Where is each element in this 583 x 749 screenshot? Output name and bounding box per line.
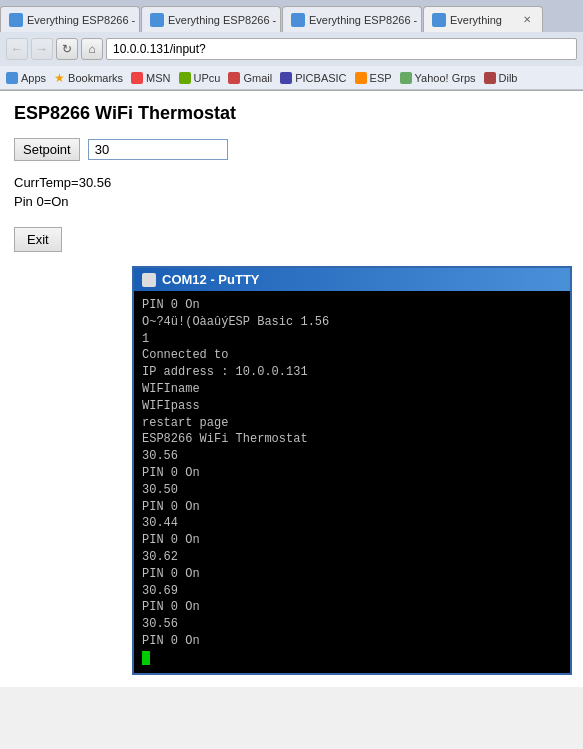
terminal-line: PIN 0 On [142, 465, 562, 482]
url-bar[interactable] [106, 38, 577, 60]
yahoo-icon [400, 72, 412, 84]
tab-icon-3 [291, 13, 305, 27]
curr-temp: CurrTemp=30.56 [14, 175, 569, 190]
bookmark-msn-label: MSN [146, 72, 170, 84]
terminal-line: PIN 0 On [142, 499, 562, 516]
bookmark-msn[interactable]: MSN [131, 72, 170, 84]
terminal-cursor [142, 651, 150, 665]
putty-icon [142, 273, 156, 287]
esp-icon [355, 72, 367, 84]
tab-label-2: Everything ESP8266 - [168, 14, 276, 26]
bookmark-bookmarks-label: Bookmarks [68, 72, 123, 84]
bookmarks-bar: Apps ★ Bookmarks MSN UPcu Gmail PICBASIC… [0, 66, 583, 90]
picbasic-icon [280, 72, 292, 84]
terminal-line: O~?4ü!(OàaûýESP Basic 1.56 [142, 314, 562, 331]
tab-close-2[interactable]: ✕ [276, 13, 281, 27]
browser-chrome: Everything ESP8266 - ✕ Everything ESP826… [0, 0, 583, 91]
setpoint-input[interactable] [88, 139, 228, 160]
tab-label-3: Everything ESP8266 - [309, 14, 417, 26]
terminal-line: 30.44 [142, 515, 562, 532]
bookmark-esp-label: ESP [370, 72, 392, 84]
bookmark-esp[interactable]: ESP [355, 72, 392, 84]
tab-icon-2 [150, 13, 164, 27]
terminal-line: 30.69 [142, 583, 562, 600]
setpoint-row: Setpoint [14, 138, 569, 161]
tab-label-4: Everything [450, 14, 502, 26]
bookmark-gmail[interactable]: Gmail [228, 72, 272, 84]
terminal-line: ESP8266 WiFi Thermostat [142, 431, 562, 448]
terminal-line: PIN 0 On [142, 599, 562, 616]
gmail-icon [228, 72, 240, 84]
bookmark-upcu-label: UPcu [194, 72, 221, 84]
tab-label-1: Everything ESP8266 - [27, 14, 135, 26]
tab-bar: Everything ESP8266 - ✕ Everything ESP826… [0, 0, 583, 32]
bookmark-apps[interactable]: Apps [6, 72, 46, 84]
terminal-line: 1 [142, 331, 562, 348]
bookmark-apps-label: Apps [21, 72, 46, 84]
terminal-line: PIN 0 On [142, 633, 562, 650]
bookmark-dilb-label: Dilb [499, 72, 518, 84]
setpoint-button[interactable]: Setpoint [14, 138, 80, 161]
forward-button[interactable]: → [31, 38, 53, 60]
terminal-line: WIFIpass [142, 398, 562, 415]
terminal-line: IP address : 10.0.0.131 [142, 364, 562, 381]
home-button[interactable]: ⌂ [81, 38, 103, 60]
putty-title: COM12 - PuTTY [162, 272, 260, 287]
msn-icon [131, 72, 143, 84]
terminal-line: WIFIname [142, 381, 562, 398]
terminal-line: Connected to [142, 347, 562, 364]
pin-status: Pin 0=On [14, 194, 569, 209]
terminal-line: 30.50 [142, 482, 562, 499]
page-content: ESP8266 WiFi Thermostat Setpoint CurrTem… [0, 91, 583, 687]
tab-2[interactable]: Everything ESP8266 - ✕ [141, 6, 281, 32]
tab-3[interactable]: Everything ESP8266 - ✕ [282, 6, 422, 32]
back-button[interactable]: ← [6, 38, 28, 60]
star-icon: ★ [54, 71, 65, 85]
tab-close-1[interactable]: ✕ [135, 13, 140, 27]
tab-close-3[interactable]: ✕ [417, 13, 422, 27]
bookmark-gmail-label: Gmail [243, 72, 272, 84]
upcu-icon [179, 72, 191, 84]
bookmark-picbasic-label: PICBASIC [295, 72, 346, 84]
tab-4[interactable]: Everything ✕ [423, 6, 543, 32]
bookmark-upcu[interactable]: UPcu [179, 72, 221, 84]
bookmark-dilb[interactable]: Dilb [484, 72, 518, 84]
putty-window: COM12 - PuTTY PIN 0 On O~?4ü!(OàaûýESP B… [132, 266, 572, 675]
page-title: ESP8266 WiFi Thermostat [14, 103, 569, 124]
terminal-line: restart page [142, 415, 562, 432]
bookmark-yahoo[interactable]: Yahoo! Grps [400, 72, 476, 84]
terminal-line: 30.56 [142, 616, 562, 633]
bookmark-picbasic[interactable]: PICBASIC [280, 72, 346, 84]
terminal-line: 30.56 [142, 448, 562, 465]
bookmark-yahoo-label: Yahoo! Grps [415, 72, 476, 84]
putty-titlebar: COM12 - PuTTY [134, 268, 570, 291]
tab-icon-1 [9, 13, 23, 27]
tab-icon-4 [432, 13, 446, 27]
nav-bar: ← → ↻ ⌂ [0, 32, 583, 66]
bookmark-bookmarks[interactable]: ★ Bookmarks [54, 71, 123, 85]
terminal-line: PIN 0 On [142, 532, 562, 549]
tab-close-4[interactable]: ✕ [520, 13, 534, 27]
terminal-line: PIN 0 On [142, 566, 562, 583]
apps-icon [6, 72, 18, 84]
tab-1[interactable]: Everything ESP8266 - ✕ [0, 6, 140, 32]
terminal-line: PIN 0 On [142, 297, 562, 314]
dilb-icon [484, 72, 496, 84]
terminal-line: 30.62 [142, 549, 562, 566]
putty-terminal[interactable]: PIN 0 On O~?4ü!(OàaûýESP Basic 1.56 1 Co… [134, 291, 570, 673]
refresh-button[interactable]: ↻ [56, 38, 78, 60]
exit-button[interactable]: Exit [14, 227, 62, 252]
